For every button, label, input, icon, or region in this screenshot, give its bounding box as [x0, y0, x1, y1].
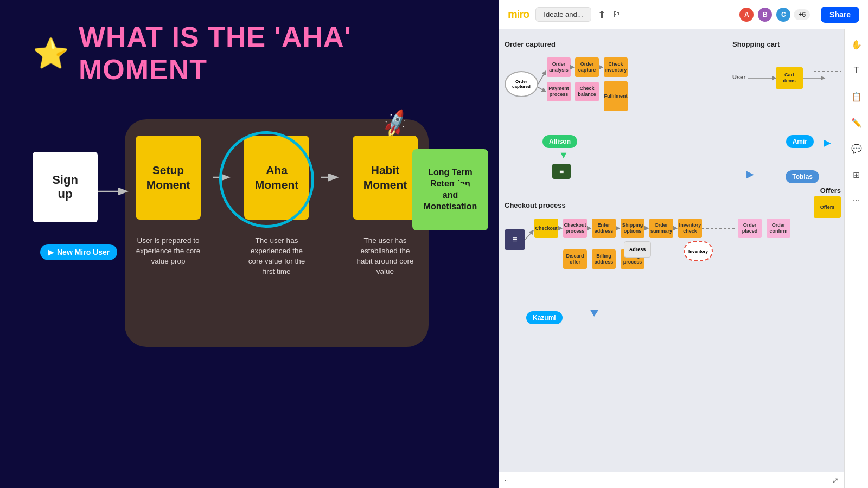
aha-to-habit-arrow [321, 136, 341, 220]
setup-moment-card: SetupMoment [136, 136, 201, 220]
miro-topbar: miro Ideate and... ⬆ 🏳 A B C +6 Share [499, 0, 868, 29]
card-descriptions: User is prepared to experience the core … [136, 236, 418, 277]
svg-line-10 [525, 230, 533, 240]
aha-desc: The user has experienced the core value … [244, 236, 309, 277]
signup-box: Signup [33, 152, 98, 222]
offers-sticky: Offers [814, 196, 841, 218]
aha-moment-card: AhaMoment [244, 136, 309, 220]
signup-arrow [98, 183, 130, 200]
order-captured-section: Order captured Ordercaptured Orderanalys… [505, 39, 646, 123]
avatar-count: +6 [794, 9, 810, 20]
cursor-icon: 🏳 [612, 10, 621, 20]
right-panel: miro Ideate and... ⬆ 🏳 A B C +6 Share Or… [499, 0, 868, 488]
diagram-container: Signup ▶ New Miro User SetupMoment [33, 108, 488, 374]
tobias-label: Tobias [786, 170, 819, 183]
left-panel: ⭐ WHAT IS THE 'AHA' MOMENT Signup ▶ New … [0, 0, 499, 488]
miro-sidebar: ✋ T 📋 ✏️ 💬 ⊞ ··· [844, 29, 868, 488]
shopping-cart-label: Shopping cart [732, 40, 780, 48]
allison-arrow: ▼ [559, 150, 569, 161]
pen-tool[interactable]: ✏️ [848, 114, 865, 131]
shopping-cart-section: Shopping cart User [732, 39, 841, 123]
order-flow: Ordercaptured Orderanalysis Paymentproce… [505, 52, 646, 123]
amir-label: Amir [786, 135, 814, 148]
container-to-longterm-arrow [429, 179, 472, 195]
svg-line-5 [538, 87, 546, 92]
cards-row: SetupMoment AhaMoment [136, 136, 418, 220]
amir-arrow-icon: ▶ [824, 137, 831, 149]
setup-to-aha-arrow [213, 136, 232, 220]
tobias-arrow: ▶ [746, 168, 754, 180]
miro-avatars: A B C +6 [738, 7, 810, 23]
allison-label: Allison [542, 135, 577, 148]
ideate-button[interactable]: Ideate and... [535, 7, 591, 22]
text-tool[interactable]: T [848, 62, 865, 79]
moments-container: SetupMoment AhaMoment [125, 119, 429, 347]
expand-icon[interactable]: ⤢ [832, 476, 839, 485]
kazumi-label: Kazumi [526, 311, 563, 324]
share-button[interactable]: Share [821, 7, 859, 23]
order-captured-label: Order captured [505, 40, 556, 48]
order-flow-arrows [505, 52, 646, 123]
new-miro-user-badge: ▶ New Miro User [40, 244, 117, 260]
avatar-3: C [775, 7, 792, 23]
miro-bottom-bar: ·· ⤢ [499, 472, 844, 488]
miro-canvas[interactable]: Order captured Ordercaptured Orderanalys… [499, 29, 868, 488]
habit-moment-card: HabitMoment [353, 136, 418, 220]
page-title: WHAT IS THE 'AHA' MOMENT [79, 21, 467, 86]
star-icon: ⭐ [33, 38, 69, 68]
shopping-dotted [814, 71, 841, 72]
comment-tool[interactable]: 💬 [848, 140, 865, 157]
sticky-tool[interactable]: 📋 [848, 88, 865, 105]
title-area: ⭐ WHAT IS THE 'AHA' MOMENT [0, 0, 499, 97]
frame-tool[interactable]: ⊞ [848, 166, 865, 183]
badge-arrow-icon: ▶ [48, 248, 54, 256]
allison-comment-icon: ≡ [552, 164, 571, 179]
checkout-label: Checkout process [505, 201, 566, 209]
section-divider [499, 195, 868, 195]
setup-desc: User is prepared to experience the core … [136, 236, 201, 277]
upload-button[interactable]: ⬆ [598, 9, 606, 21]
avatar-2: B [757, 7, 773, 23]
cursor-tool[interactable]: ✋ [848, 36, 865, 53]
avatar-1: A [738, 7, 755, 23]
shopping-sticky-1: Cartitems [776, 67, 803, 89]
more-tools[interactable]: ··· [848, 192, 865, 209]
svg-line-4 [538, 71, 546, 84]
offers-label: Offers [820, 187, 841, 195]
habit-desc: The user has established the habit aroun… [353, 236, 418, 277]
zoom-level: ·· [505, 477, 508, 484]
miro-logo: miro [508, 8, 529, 21]
